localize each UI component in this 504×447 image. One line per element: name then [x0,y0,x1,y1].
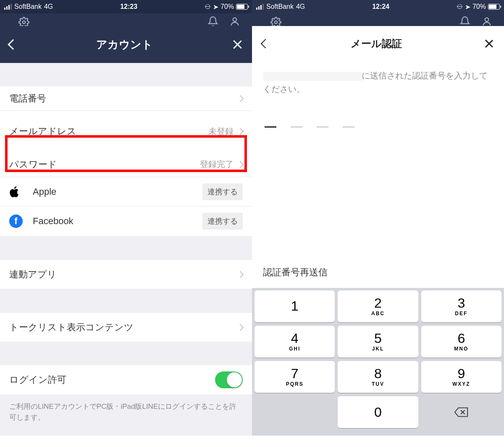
keypad-backspace[interactable] [421,396,501,428]
gear-icon [18,17,29,26]
svg-point-2 [275,21,278,24]
row-email[interactable]: メールアドレス 未登録 [0,111,252,152]
talklist-label: トークリスト表示コンテンツ [9,321,238,334]
chevron-right-icon [237,324,244,331]
gear-icon [270,17,281,26]
close-icon[interactable] [232,39,243,50]
backspace-icon [454,407,468,418]
keypad-1[interactable]: 1 [255,290,335,322]
page-title: メール認証 [351,37,402,50]
code-digit-3[interactable] [317,117,328,128]
keypad-9[interactable]: 9WXYZ [421,361,501,393]
close-icon[interactable] [484,39,494,49]
linked-apps-label: 連動アプリ [9,268,238,281]
battery-icon [236,4,248,10]
login-allow-toggle[interactable] [215,371,243,388]
person-icon [229,16,240,26]
svg-point-1 [233,18,237,21]
facebook-label: Facebook [33,216,202,227]
email-redacted [263,72,362,81]
person-icon [481,16,492,26]
chevron-right-icon [237,95,244,102]
network-label: 4G [296,3,305,10]
bell-icon [459,16,470,26]
phone-label: 電話番号 [9,92,150,105]
status-bar: SoftBank 4G 12:23 ⦵ ➤ 70% [0,0,252,13]
code-digit-4[interactable] [343,117,354,128]
password-label: パスワード [9,158,200,171]
orientation-lock-icon: ⦵ [205,3,211,10]
carrier-label: SoftBank [266,3,294,10]
chevron-right-icon [237,161,244,168]
numeric-keypad: 1 2ABC 3DEF 4GHI 5JKL 6MNO 7PQRS 8TUV 9W… [252,288,504,436]
bell-icon [207,16,218,26]
svg-point-0 [23,21,26,24]
keypad-7[interactable]: 7PQRS [255,361,335,393]
chevron-right-icon [237,271,244,278]
back-icon[interactable] [261,39,270,49]
chevron-right-icon [237,128,244,135]
login-allow-description: ご利用のLINEアカウントでPC版・iPad版LINEにログインすることを許可し… [0,395,252,429]
svg-point-3 [485,18,489,21]
email-label: メールアドレス [9,125,208,138]
location-icon: ➤ [465,3,470,11]
row-facebook: f Facebook 連携する [0,207,252,236]
nav-header: アカウント [0,26,252,63]
apple-label: Apple [33,186,202,197]
network-label: 4G [44,3,53,10]
orientation-lock-icon: ⦵ [457,3,463,10]
verification-code-input[interactable] [252,96,504,136]
code-digit-1[interactable] [265,117,276,128]
row-login-allow: ログイン許可 [0,365,252,395]
keypad-8[interactable]: 8TUV [338,361,418,393]
nav-header: メール認証 [252,27,504,60]
keypad-0[interactable]: 0 [338,396,418,428]
status-bar: SoftBank 4G 12:24 ⦵ ➤ 70% [252,0,504,13]
row-phone[interactable]: 電話番号 [0,86,252,111]
email-value: 未登録 [208,126,234,137]
password-value: 登録完了 [200,159,234,170]
battery-percent: 70% [472,3,486,10]
phone-value-masked [150,93,234,104]
row-linked-apps[interactable]: 連動アプリ [0,259,252,289]
app-bar-partial [252,13,504,26]
clock: 12:24 [305,3,457,10]
facebook-icon: f [9,214,23,228]
row-talklist[interactable]: トークリスト表示コンテンツ [0,312,252,342]
battery-icon [488,4,500,10]
location-icon: ➤ [213,3,218,11]
keypad-3[interactable]: 3DEF [421,290,501,322]
clock: 12:23 [53,3,205,10]
carrier-label: SoftBank [14,3,42,10]
login-allow-label: ログイン許可 [9,374,215,386]
keypad-5[interactable]: 5JKL [338,326,418,358]
page-title: アカウント [96,37,153,52]
keypad-6[interactable]: 6MNO [421,326,501,358]
keypad-2[interactable]: 2ABC [338,290,418,322]
facebook-link-button[interactable]: 連携する [202,213,243,230]
verification-instruction: に送信された認証番号を入力してください。 [252,60,504,96]
back-icon[interactable] [8,39,18,50]
signal-icon [256,4,264,10]
signal-icon [4,4,12,10]
apple-icon [9,186,20,198]
keypad-4[interactable]: 4GHI [255,326,335,358]
resend-code-button[interactable]: 認証番号再送信 [252,266,504,279]
row-password[interactable]: パスワード 登録完了 [0,152,252,177]
row-apple: Apple 連携する [0,177,252,207]
apple-link-button[interactable]: 連携する [202,183,243,200]
app-bar-partial [0,13,252,26]
code-digit-2[interactable] [291,117,302,128]
battery-percent: 70% [220,3,234,10]
